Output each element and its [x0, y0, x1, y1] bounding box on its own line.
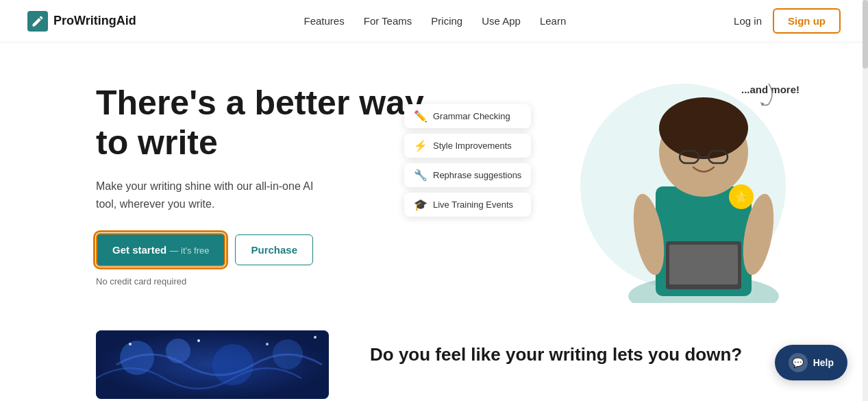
hero-section: There's a better way to write Make your … [0, 42, 868, 317]
nav-links: Features For Teams Pricing Use App Learn [304, 15, 567, 27]
pill-rephrase: 🔧 Rephrase suggestions [404, 163, 531, 187]
svg-point-20 [197, 339, 200, 342]
hero-right: ✏️ Grammar Checking ⚡ Style Improvements… [425, 77, 841, 296]
hero-title: There's a better way to write [96, 84, 425, 162]
signup-button[interactable]: Sign up [773, 8, 841, 34]
nav-item-for-teams[interactable]: For Teams [364, 15, 412, 27]
get-started-button[interactable]: Get started — it's free [96, 233, 225, 267]
logo-icon [27, 11, 48, 32]
scrollbar-thumb[interactable] [863, 0, 868, 69]
nav-item-features[interactable]: Features [304, 15, 345, 27]
logo-link[interactable]: ProWritingAid [27, 11, 136, 32]
purchase-button[interactable]: Purchase [235, 234, 313, 265]
hero-subtitle: Make your writing shine with our all-in-… [96, 178, 329, 212]
scrollbar[interactable] [863, 0, 868, 401]
training-icon: 🎓 [414, 198, 427, 211]
svg-marker-13 [760, 102, 765, 106]
person-svg: ⭐ [615, 77, 793, 303]
rephrase-icon: 🔧 [414, 169, 427, 182]
chat-icon: 💬 [789, 353, 808, 372]
nav-item-pricing[interactable]: Pricing [431, 15, 462, 27]
no-credit-text: No credit card required [96, 276, 425, 287]
svg-text:⭐: ⭐ [734, 191, 748, 204]
feature-pills: ✏️ Grammar Checking ⚡ Style Improvements… [404, 104, 531, 217]
svg-point-21 [266, 343, 269, 345]
navbar: ProWritingAid Features For Teams Pricing… [0, 0, 868, 42]
login-link[interactable]: Log in [734, 15, 762, 27]
hero-buttons: Get started — it's free Purchase [96, 233, 425, 267]
logo-text: ProWritingAid [53, 14, 136, 28]
style-icon: ⚡ [414, 139, 427, 152]
pill-grammar: ✏️ Grammar Checking [404, 104, 531, 128]
svg-point-15 [120, 341, 154, 375]
grammar-icon: ✏️ [414, 110, 427, 123]
bottom-section: Do you feel like your writing lets you d… [0, 317, 868, 401]
svg-point-19 [129, 343, 132, 345]
pill-training: 🎓 Live Training Events [404, 193, 531, 217]
nav-item-use-app[interactable]: Use App [482, 15, 521, 27]
arrow-decoration [741, 80, 776, 108]
chat-button[interactable]: 💬 Help [775, 345, 847, 380]
svg-rect-10 [669, 245, 738, 284]
nav-item-learn[interactable]: Learn [540, 15, 566, 27]
hero-left: There's a better way to write Make your … [96, 77, 425, 287]
bottom-title: Do you feel like your writing lets you d… [370, 344, 772, 365]
svg-point-5 [659, 97, 748, 159]
nav-actions: Log in Sign up [734, 8, 841, 34]
bottom-image [96, 330, 329, 399]
pill-style: ⚡ Style Improvements [404, 134, 531, 158]
svg-point-16 [166, 339, 190, 363]
svg-point-22 [314, 336, 317, 339]
bottom-right: Do you feel like your writing lets you d… [370, 330, 772, 365]
